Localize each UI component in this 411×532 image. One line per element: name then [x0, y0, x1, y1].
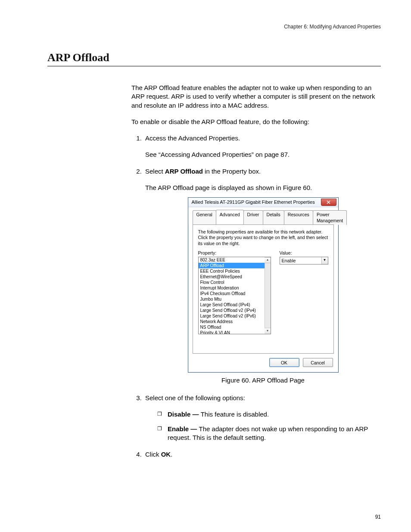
dialog-description: The following properties are available f… — [198, 229, 328, 246]
tabs-row: General Advanced Driver Details Resource… — [188, 207, 338, 224]
dialog-title: Allied Telesis AT-2911GP Gigabit Fiber E… — [192, 199, 315, 205]
cancel-button[interactable]: Cancel — [303, 358, 333, 367]
step-1-text: Access the Advanced Properties. — [145, 134, 240, 142]
property-listbox[interactable]: 802.3az EEEARP OffloadEEE Control Polici… — [198, 257, 271, 334]
step-4-bold: OK — [161, 451, 171, 458]
value-select[interactable]: Enable ▼ — [280, 257, 328, 264]
page-heading: ARP Offload — [47, 51, 381, 66]
close-button[interactable] — [321, 199, 336, 206]
step-1-note: See “Accessing Advanced Properties” on p… — [145, 150, 381, 159]
figure-caption: Figure 60. ARP Offload Page — [145, 376, 381, 385]
properties-dialog: Allied Telesis AT-2911GP Gigabit Fiber E… — [188, 197, 339, 373]
tab-general[interactable]: General — [193, 210, 216, 225]
leadin-paragraph: To enable or disable the ARP Offload fea… — [131, 118, 381, 126]
step-4: Click OK. — [143, 450, 381, 459]
figure-wrap: Allied Telesis AT-2911GP Gigabit Fiber E… — [145, 197, 381, 373]
listbox-scrollbar[interactable]: ▴ ▾ — [265, 257, 271, 334]
dropdown-button[interactable]: ▼ — [321, 257, 328, 264]
property-item[interactable]: EEE Control Policies — [199, 268, 265, 274]
property-item[interactable]: Large Send Offload (IPv4) — [199, 302, 265, 308]
step-4-suffix: . — [171, 451, 172, 458]
option-disable-text: This feature is disabled. — [201, 411, 269, 418]
tab-panel: The following properties are available f… — [193, 224, 334, 354]
value-label: Value: — [280, 250, 328, 256]
property-item[interactable]: Priority & VLAN — [199, 330, 265, 334]
property-item[interactable]: 802.3az EEE — [199, 257, 265, 263]
step-2-suffix: in the Property box. — [203, 168, 261, 175]
intro-paragraph: The ARP Offload feature enables the adap… — [131, 84, 381, 110]
chapter-label: Chapter 6: Modifying Advanced Properties — [47, 24, 381, 30]
property-label: Property: — [198, 250, 271, 256]
property-item[interactable]: ARP Offload — [199, 263, 265, 268]
property-item[interactable]: IPv4 Checksum Offload — [199, 291, 265, 296]
ok-button[interactable]: OK — [269, 358, 299, 367]
property-item[interactable]: Interrupt Moderation — [199, 285, 265, 291]
step-2: Select ARP Offload in the Property box. … — [143, 167, 381, 385]
property-item[interactable]: Large Send Offload v2 (IPv4) — [199, 308, 265, 313]
option-disable: Disable — This feature is disabled. — [157, 410, 381, 419]
property-item[interactable]: Ethernet@WireSpeed — [199, 274, 265, 280]
option-enable-label: Enable — — [168, 425, 199, 432]
steps-list: Access the Advanced Properties. See “Acc… — [131, 134, 381, 459]
tab-details[interactable]: Details — [263, 210, 284, 225]
property-item[interactable]: Jumbo Mtu — [199, 296, 265, 302]
tab-power[interactable]: Power Management — [313, 210, 347, 225]
dialog-button-row: OK Cancel — [188, 358, 338, 372]
step-3: Select one of the following options: Dis… — [143, 394, 381, 442]
chevron-down-icon: ▼ — [323, 258, 327, 263]
close-icon — [327, 200, 330, 204]
step-2-note: The ARP Offload page is displayed as sho… — [145, 184, 381, 192]
tab-driver[interactable]: Driver — [243, 210, 263, 225]
option-enable: Enable — The adapter does not wake up wh… — [157, 425, 381, 442]
tab-resources[interactable]: Resources — [284, 210, 313, 225]
property-item[interactable]: Large Send Offload v2 (IPv6) — [199, 313, 265, 319]
property-item[interactable]: Network Address — [199, 319, 265, 324]
options-list: Disable — This feature is disabled. Enab… — [145, 410, 381, 442]
tab-advanced[interactable]: Advanced — [216, 210, 244, 224]
step-3-text: Select one of the following options: — [145, 394, 245, 401]
property-item[interactable]: Flow Control — [199, 280, 265, 285]
step-4-prefix: Click — [145, 451, 161, 458]
property-item[interactable]: NS Offload — [199, 324, 265, 330]
step-2-prefix: Select — [145, 168, 165, 175]
scroll-down-button[interactable]: ▾ — [265, 328, 271, 334]
step-1: Access the Advanced Properties. See “Acc… — [143, 134, 381, 159]
page-number: 91 — [375, 514, 381, 520]
option-disable-label: Disable — — [168, 411, 201, 418]
value-selected: Enable — [282, 258, 296, 264]
scroll-up-button[interactable]: ▴ — [265, 257, 271, 263]
step-2-bold: ARP Offload — [165, 168, 203, 175]
dialog-titlebar: Allied Telesis AT-2911GP Gigabit Fiber E… — [188, 198, 338, 207]
